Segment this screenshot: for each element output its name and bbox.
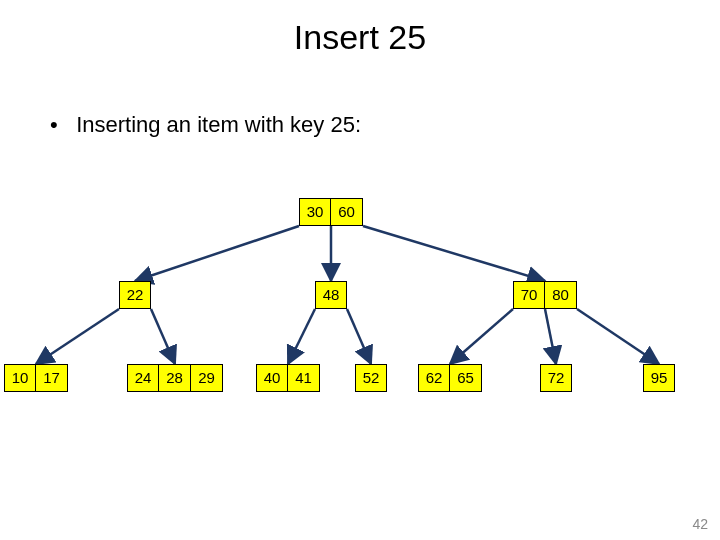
svg-line-0 — [135, 226, 299, 281]
svg-line-4 — [151, 309, 175, 364]
node-l2-5: 72 — [540, 364, 572, 392]
l2-4-key-0: 62 — [418, 364, 450, 392]
node-l2-1: 242829 — [127, 364, 223, 392]
l2-3-key-0: 52 — [355, 364, 387, 392]
l2-4-key-1: 65 — [450, 364, 482, 392]
l2-1-key-2: 29 — [191, 364, 223, 392]
l2-0-key-0: 10 — [4, 364, 36, 392]
svg-line-6 — [347, 309, 371, 364]
node-root: 3060 — [299, 198, 363, 226]
svg-line-3 — [36, 309, 119, 364]
l1-0-key-0: 22 — [119, 281, 151, 309]
svg-line-5 — [288, 309, 315, 364]
page-number: 42 — [692, 516, 708, 532]
l2-5-key-0: 72 — [540, 364, 572, 392]
node-l2-3: 52 — [355, 364, 387, 392]
l1-2-key-0: 70 — [513, 281, 545, 309]
node-l2-0: 1017 — [4, 364, 68, 392]
node-l1-1: 48 — [315, 281, 347, 309]
diagram: 3060 22 48 7080 1017 242829 4041 52 6265… — [0, 0, 720, 540]
l2-1-key-0: 24 — [127, 364, 159, 392]
l2-1-key-1: 28 — [159, 364, 191, 392]
l2-0-key-1: 17 — [36, 364, 68, 392]
root-key-1: 60 — [331, 198, 363, 226]
l2-2-key-1: 41 — [288, 364, 320, 392]
svg-line-7 — [450, 309, 513, 364]
l1-1-key-0: 48 — [315, 281, 347, 309]
l1-2-key-1: 80 — [545, 281, 577, 309]
node-l1-0: 22 — [119, 281, 151, 309]
svg-line-2 — [363, 226, 545, 281]
node-l2-2: 4041 — [256, 364, 320, 392]
node-l1-2: 7080 — [513, 281, 577, 309]
root-key-0: 30 — [299, 198, 331, 226]
l2-6-key-0: 95 — [643, 364, 675, 392]
node-l2-4: 6265 — [418, 364, 482, 392]
svg-line-9 — [577, 309, 659, 364]
node-l2-6: 95 — [643, 364, 675, 392]
svg-line-8 — [545, 309, 556, 364]
l2-2-key-0: 40 — [256, 364, 288, 392]
